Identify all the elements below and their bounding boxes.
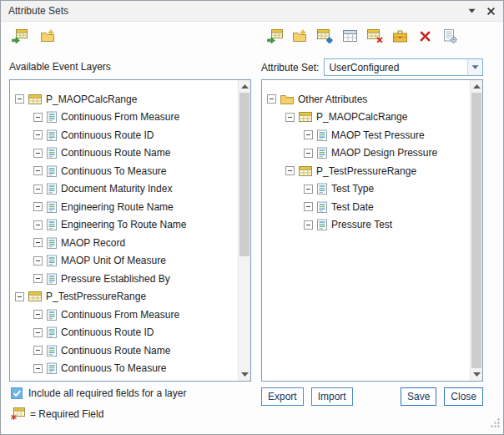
tree-item[interactable]: Other Attributes [262,90,470,109]
collapse-icon[interactable] [304,185,313,194]
tree-item[interactable]: Continuous From Measure [10,306,238,324]
table-remove-icon[interactable] [366,28,383,43]
new-group-icon[interactable] [39,28,56,43]
tree-item[interactable]: Continuous Route ID [10,324,238,342]
attribute-set-panel: Other AttributesP_MAOPCalcRangeMAOP Test… [261,79,483,382]
required-field-label: = Required Field [30,408,103,420]
table-icon [299,166,312,176]
include-required-checkbox[interactable] [11,387,23,399]
tree-item[interactable]: Engineering Route Name [10,198,238,216]
scroll-down-icon[interactable] [239,368,250,381]
collapse-icon[interactable] [304,149,313,158]
resize-grip-icon[interactable] [490,417,501,432]
tree-item[interactable]: Continuous To Measure [10,360,238,378]
collapse-icon[interactable] [33,328,43,337]
left-scrollbar-thumb[interactable] [239,93,249,256]
right-scrollbar[interactable] [470,80,482,381]
tree-item[interactable]: Engineering To Route Name [10,216,238,235]
right-scrollbar-thumb[interactable] [471,93,481,368]
table-grid-icon[interactable] [341,28,358,43]
collapse-icon[interactable] [33,185,43,194]
tree-item[interactable]: P_TestPressureRange [10,288,238,306]
collapse-icon[interactable] [33,113,43,122]
attribute-set-dropdown[interactable]: UserConfigured [324,58,483,76]
field-icon [47,111,57,123]
tree-item[interactable]: MAOP Test Pressure [262,126,470,144]
briefcase-icon[interactable] [391,28,408,43]
collapse-icon[interactable] [33,274,43,283]
collapse-icon[interactable] [304,202,313,211]
add-layer-icon[interactable] [11,28,28,43]
tree-item[interactable]: Continuous Route Name [10,341,238,360]
tree-item[interactable]: Document Maturity Index [10,180,238,199]
tree-item[interactable]: P_MAOPCalcRange [10,90,238,109]
collapse-icon[interactable] [33,202,43,211]
import-button[interactable]: Import [311,387,353,406]
collapse-icon[interactable] [285,166,295,175]
tree-item-label: Continuous Route Name [61,345,170,357]
tree-item[interactable]: Test Date [262,198,470,216]
toolbar-right [266,28,458,43]
tree-item-label: Engineering Route Name [61,201,174,213]
collapse-icon[interactable] [33,166,43,175]
table-icon [28,94,42,104]
collapse-icon[interactable] [33,364,43,373]
footer-buttons: Export Import Save Close [261,387,483,406]
field-icon [317,129,327,141]
collapse-icon[interactable] [33,238,43,247]
scroll-up-icon[interactable] [239,80,250,93]
collapse-icon[interactable] [33,346,43,355]
report-icon[interactable] [441,28,458,43]
tree-item-label: Pressure Established By [61,273,170,285]
save-button[interactable]: Save [401,387,436,406]
collapse-icon[interactable] [33,149,43,158]
collapse-icon[interactable] [285,113,295,122]
tree-item[interactable]: Continuous Route Name [10,144,238,163]
field-icon [47,147,57,159]
available-layers-label: Available Event Layers [9,61,111,73]
tree-item[interactable]: MAOP Record [10,234,238,252]
add-layer-icon[interactable] [266,28,283,43]
scroll-up-icon[interactable] [471,80,482,93]
close-button[interactable]: Close [444,387,483,406]
tree-item-label: Test Type [331,183,374,195]
tree-item-label: Continuous From Measure [61,111,179,123]
scroll-down-icon[interactable] [471,368,482,381]
field-icon [317,219,327,230]
field-icon [317,147,327,159]
tree-item[interactable]: Pressure Established By [10,270,238,288]
tree-item[interactable]: Test Type [262,180,470,199]
tree-item[interactable]: MAOP Unit Of Measure [10,252,238,271]
table-plus-icon[interactable] [316,28,333,43]
new-group-icon[interactable] [291,28,308,43]
tree-item[interactable]: P_MAOPCalcRange [262,109,470,127]
tree-item[interactable]: MAOP Design Pressure [262,144,470,163]
collapse-icon[interactable] [33,310,43,319]
available-layers-panel: P_MAOPCalcRangeContinuous From MeasureCo… [9,79,251,382]
delete-icon[interactable] [416,28,433,43]
tree-item[interactable]: Pressure Test [262,216,470,235]
collapse-icon[interactable] [267,94,276,104]
close-icon[interactable] [486,7,496,16]
collapse-icon[interactable] [33,256,43,266]
left-scrollbar[interactable] [238,80,250,381]
chevron-down-icon[interactable] [468,8,476,13]
collapse-icon[interactable] [304,220,313,230]
required-field-icon [11,407,25,420]
dropdown-caret-icon[interactable] [467,59,482,75]
collapse-icon[interactable] [33,220,43,230]
collapse-icon[interactable] [304,130,313,139]
tree-item[interactable]: Continuous Route ID [10,126,238,144]
collapse-icon[interactable] [33,130,43,139]
table-icon [28,291,42,301]
tree-item[interactable]: P_TestPressureRange [262,162,470,180]
attribute-set-value: UserConfigured [325,62,467,73]
tree-item[interactable]: Continuous From Measure [10,109,238,127]
titlebar[interactable]: Attribute Sets [1,1,503,22]
collapse-icon[interactable] [15,292,24,301]
export-button[interactable]: Export [261,387,304,406]
tree-item-label: Continuous To Measure [61,362,167,374]
tree-item[interactable]: Continuous To Measure [10,162,238,180]
field-icon [47,165,57,177]
collapse-icon[interactable] [15,94,24,104]
